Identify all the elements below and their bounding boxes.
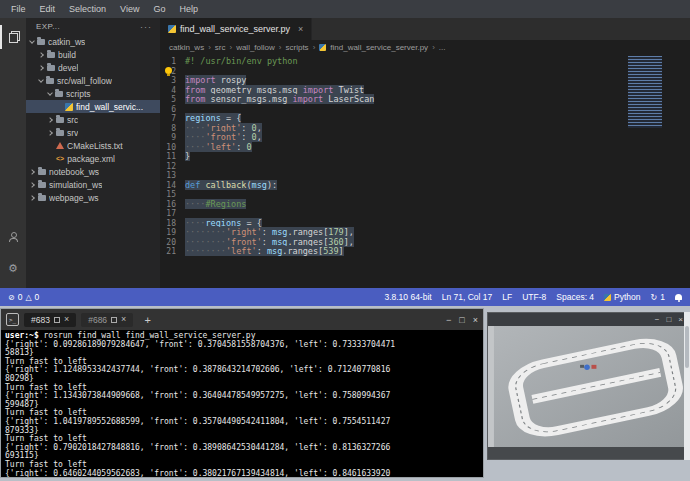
tree-item-devel[interactable]: devel — [26, 61, 160, 74]
status-badge[interactable]: ↻ 1 — [651, 292, 665, 302]
maximize-icon[interactable]: □ — [459, 315, 464, 325]
person-icon — [9, 232, 18, 242]
tree-item-scripts[interactable]: scripts — [26, 87, 160, 100]
popout-icon[interactable] — [111, 317, 117, 323]
minimap[interactable] — [628, 56, 662, 128]
chevron-icon — [47, 90, 53, 96]
breadcrumb-item[interactable]: catkin_ws — [169, 43, 204, 52]
folder-icon — [37, 39, 45, 45]
explorer-icon[interactable] — [0, 25, 26, 49]
folder-icon — [38, 169, 46, 175]
tree-item-build[interactable]: build — [26, 48, 160, 61]
terminal-tab-683[interactable]: #683 × — [24, 313, 76, 327]
maximize-icon[interactable]: □ — [666, 315, 671, 324]
terminal-titlebar: >_ #683 × #686 × + − □ × — [1, 309, 483, 330]
menu-bar: FileEditSelectionViewGoHelp — [0, 0, 690, 18]
terminal-line: {'right': 0.6460244059562683, 'front': 0… — [5, 470, 479, 478]
line-number: 19 — [160, 228, 176, 238]
tree-item-webpage-ws[interactable]: webpage_ws — [26, 191, 160, 204]
eol-indicator[interactable]: LF — [502, 292, 512, 302]
folder-icon — [56, 117, 64, 123]
tree-item-src-wall-follow[interactable]: src/wall_follow — [26, 74, 160, 87]
minimize-icon[interactable]: − — [655, 315, 660, 324]
terminal-output[interactable]: user:~$ rosrun find_wall find_wall_servi… — [1, 330, 483, 477]
tree-item-simulation-ws[interactable]: simulation_ws — [26, 178, 160, 191]
close-icon[interactable]: × — [473, 315, 478, 325]
terminal-tab-label: #686 — [88, 315, 107, 325]
simulation-viewport[interactable] — [488, 326, 689, 447]
menu-item-go[interactable]: Go — [146, 4, 172, 14]
tree-item-label: build — [58, 50, 76, 60]
tree-item-src[interactable]: src — [26, 113, 160, 126]
folder-icon — [55, 91, 63, 97]
settings-gear-icon[interactable]: ⚙ — [0, 256, 26, 280]
menu-item-edit[interactable]: Edit — [33, 4, 63, 14]
menu-item-view[interactable]: View — [113, 4, 146, 14]
breadcrumb-item[interactable]: src — [215, 43, 226, 52]
tree-item-label: devel — [58, 63, 78, 73]
page-scrollbar[interactable] — [684, 312, 690, 460]
close-icon[interactable]: × — [121, 315, 126, 324]
cursor-position[interactable]: Ln 71, Col 17 — [442, 292, 493, 302]
terminal-window-controls: − □ × — [446, 315, 478, 325]
python-interpreter[interactable]: 3.8.10 64-bit — [384, 292, 431, 302]
explorer-tree: catkin_wsbuilddevelsrc/wall_followscript… — [26, 35, 160, 288]
tree-item-label: src — [67, 115, 78, 125]
indent-indicator[interactable]: Spaces: 4 — [556, 292, 594, 302]
scrollbar-thumb[interactable] — [685, 326, 689, 368]
bell-icon[interactable] — [675, 294, 682, 300]
tree-item-package-xml[interactable]: package.xml — [26, 152, 160, 165]
terminal-line: {'right': 1.0419789552688599, 'front': 0… — [5, 418, 479, 427]
line-number: 20 — [160, 238, 176, 248]
line-number: 7 — [160, 114, 176, 124]
minimize-icon[interactable]: − — [446, 315, 451, 325]
tree-item-srv[interactable]: srv — [26, 126, 160, 139]
account-icon[interactable] — [0, 225, 26, 249]
menu-item-file[interactable]: File — [4, 4, 33, 14]
menu-item-selection[interactable]: Selection — [62, 4, 113, 14]
line-number: 6 — [160, 105, 176, 115]
lightbulb-icon[interactable] — [165, 67, 172, 74]
editor-area: find_wall_service_server.py × catkin_ws›… — [160, 18, 690, 288]
encoding-indicator[interactable]: UTF-8 — [522, 292, 546, 302]
chevron-icon — [47, 130, 53, 136]
explorer-sidebar: EXP... ··· catkin_wsbuilddevelsrc/wall_f… — [26, 18, 160, 288]
warning-icon: △ — [25, 293, 31, 302]
tree-item-label: catkin_ws — [48, 37, 85, 47]
language-label: Python — [614, 292, 640, 302]
gazebo-bottom-bar — [488, 447, 689, 459]
tree-item-catkin-ws[interactable]: catkin_ws — [26, 35, 160, 48]
menu-item-help[interactable]: Help — [172, 4, 205, 14]
tab-find-wall-service-server[interactable]: find_wall_service_server.py × — [160, 18, 312, 40]
robot-marker — [584, 365, 590, 371]
gazebo-titlebar: − □ × — [488, 313, 689, 326]
more-actions-icon[interactable]: ··· — [140, 22, 152, 32]
popout-icon[interactable] — [54, 317, 60, 323]
close-icon[interactable]: × — [678, 315, 683, 324]
error-icon: ⊘ — [8, 293, 15, 302]
new-tab-button[interactable]: + — [138, 314, 156, 326]
folder-icon — [47, 65, 55, 71]
code-editor[interactable]: 123456789101112131415161718192021 #! /us… — [160, 55, 690, 288]
explorer-header-row: EXP... ··· — [26, 18, 160, 35]
language-indicator[interactable]: Python — [604, 292, 640, 302]
line-number: 13 — [160, 171, 176, 181]
refresh-icon: ↻ — [651, 293, 658, 302]
breadcrumb-item[interactable]: scripts — [286, 43, 309, 52]
close-icon[interactable]: × — [298, 24, 303, 34]
breadcrumb-item[interactable]: wall_follow — [236, 43, 275, 52]
terminal-tab-686[interactable]: #686 × — [81, 313, 133, 327]
status-bar-left: ⊘ 0 △ 0 — [8, 292, 39, 302]
tree-item-cmakelists-txt[interactable]: CMakeLists.txt — [26, 139, 160, 152]
breadcrumb-item[interactable]: find_wall_service_server.py — [330, 43, 428, 52]
line-number: 4 — [160, 86, 176, 96]
status-bar-right: 3.8.10 64-bit Ln 71, Col 17 LF UTF-8 Spa… — [384, 292, 682, 302]
breadcrumb-item[interactable]: ... — [439, 43, 446, 52]
tree-item-find-wall-servic-[interactable]: find_wall_servic... — [26, 100, 160, 113]
tree-item-notebook-ws[interactable]: notebook_ws — [26, 165, 160, 178]
python-file-icon — [168, 25, 176, 33]
python-icon — [604, 294, 611, 301]
close-icon[interactable]: × — [64, 315, 69, 324]
line-number: 15 — [160, 190, 176, 200]
problems-indicator[interactable]: ⊘ 0 △ 0 — [8, 292, 39, 302]
